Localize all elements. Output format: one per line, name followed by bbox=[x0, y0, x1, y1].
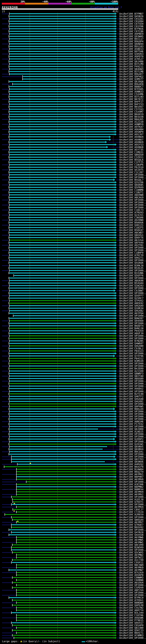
hit-accession-label[interactable]: UniRef100_Q7RQE7 bbox=[119, 524, 144, 526]
alignment-bar[interactable] bbox=[13, 582, 115, 583]
alignment-bar[interactable] bbox=[12, 496, 115, 497]
alignment-bar[interactable] bbox=[9, 26, 115, 27]
alignment-bar[interactable] bbox=[9, 394, 115, 394]
alignment-bar[interactable] bbox=[17, 610, 115, 611]
alignment-bar[interactable] bbox=[10, 204, 115, 206]
alignment-bar[interactable] bbox=[9, 197, 115, 198]
alignment-bar[interactable] bbox=[17, 492, 115, 492]
alignment-bar[interactable] bbox=[9, 121, 115, 122]
alignment-bar[interactable] bbox=[12, 622, 115, 623]
alignment-bar[interactable] bbox=[9, 434, 115, 434]
alignment-bar[interactable] bbox=[9, 328, 115, 329]
alignment-bar[interactable] bbox=[9, 388, 115, 389]
alignment-bar[interactable] bbox=[10, 386, 115, 386]
alignment-bar[interactable] bbox=[17, 584, 115, 586]
alignment-bar[interactable] bbox=[9, 21, 115, 22]
alignment-bar[interactable] bbox=[9, 303, 115, 304]
hit-accession-label[interactable]: UniRef100_Q4GXB1 bbox=[119, 400, 144, 403]
alignment-bar[interactable] bbox=[17, 489, 115, 490]
alignment-bar[interactable] bbox=[9, 162, 115, 163]
alignment-bar[interactable] bbox=[10, 28, 115, 29]
alignment-bar[interactable] bbox=[9, 313, 115, 314]
hit-accession-label[interactable]: UniRef100_Q45NI6 bbox=[119, 15, 144, 18]
alignment-bar[interactable] bbox=[17, 539, 115, 540]
alignment-bar[interactable] bbox=[10, 220, 115, 220]
hit-accession-label[interactable]: UniRef100_A8UA98 bbox=[119, 280, 144, 282]
alignment-bar[interactable] bbox=[12, 550, 115, 550]
hit-accession-label[interactable]: UniRef100_B5XG35 bbox=[119, 267, 144, 269]
alignment-bar[interactable] bbox=[12, 517, 115, 518]
alignment-bar[interactable] bbox=[17, 476, 115, 477]
alignment-bar[interactable] bbox=[17, 567, 115, 568]
alignment-bar[interactable] bbox=[10, 23, 115, 24]
alignment-bar[interactable] bbox=[9, 152, 115, 152]
alignment-bar[interactable] bbox=[9, 36, 115, 37]
alignment-bar[interactable] bbox=[12, 504, 115, 505]
hit-accession-label[interactable]: UniRef100_A9SYS3 bbox=[119, 144, 144, 146]
alignment-bar[interactable] bbox=[10, 340, 115, 341]
alignment-bar[interactable] bbox=[13, 552, 115, 553]
alignment-bar[interactable] bbox=[9, 157, 115, 158]
alignment-bar[interactable] bbox=[17, 595, 115, 596]
alignment-bar[interactable] bbox=[10, 114, 115, 115]
alignment-bar[interactable] bbox=[10, 230, 115, 230]
alignment-bar[interactable] bbox=[10, 426, 115, 427]
alignment-bar[interactable] bbox=[9, 96, 115, 97]
alignment-bar[interactable] bbox=[9, 272, 115, 274]
alignment-bar[interactable] bbox=[9, 101, 115, 102]
alignment-bar[interactable] bbox=[17, 542, 115, 543]
alignment-bar[interactable] bbox=[17, 580, 115, 580]
alignment-bar[interactable] bbox=[23, 78, 115, 80]
hit-accession-label[interactable]: UniRef100_Q5UAQ6 bbox=[119, 262, 144, 264]
alignment-bar[interactable] bbox=[9, 86, 115, 87]
alignment-bar[interactable] bbox=[10, 124, 115, 125]
alignment-bar[interactable] bbox=[9, 262, 115, 263]
alignment-bar[interactable] bbox=[10, 325, 115, 326]
alignment-bar[interactable] bbox=[9, 227, 115, 228]
alignment-bar[interactable] bbox=[10, 119, 115, 120]
alignment-bar[interactable] bbox=[9, 358, 115, 359]
alignment-bar[interactable] bbox=[17, 506, 115, 508]
alignment-bar[interactable] bbox=[10, 144, 115, 145]
alignment-bar[interactable] bbox=[9, 282, 115, 284]
alignment-bar[interactable] bbox=[12, 524, 115, 525]
alignment-bar[interactable] bbox=[10, 401, 115, 402]
alignment-bar[interactable] bbox=[12, 459, 115, 460]
hit-accession-label[interactable]: UniRef100_Q4YN28 bbox=[119, 531, 144, 534]
alignment-bar[interactable] bbox=[17, 564, 115, 566]
hit-accession-label[interactable]: UniRef100_B2YI48 bbox=[119, 393, 144, 395]
alignment-bar[interactable] bbox=[10, 149, 115, 150]
hit-accession-label[interactable]: UniRef100_C6SXB4 bbox=[119, 20, 144, 22]
alignment-bar[interactable] bbox=[13, 509, 115, 510]
hit-accession-label[interactable]: UniRef100_C6SYH6 bbox=[119, 25, 144, 28]
alignment-bar[interactable] bbox=[10, 421, 115, 422]
alignment-bar[interactable] bbox=[9, 126, 115, 127]
alignment-bar[interactable] bbox=[17, 471, 115, 472]
alignment-bar[interactable] bbox=[9, 56, 115, 57]
hit-accession-label[interactable]: UniRef100_Q4XXU8 bbox=[119, 534, 144, 536]
alignment-bar[interactable] bbox=[10, 68, 115, 70]
alignment-bar[interactable] bbox=[10, 139, 109, 140]
alignment-bar[interactable] bbox=[10, 396, 115, 397]
alignment-bar[interactable] bbox=[10, 214, 115, 216]
alignment-bar[interactable] bbox=[10, 250, 115, 250]
alignment-bar[interactable] bbox=[9, 16, 115, 17]
alignment-bar[interactable] bbox=[10, 44, 115, 44]
alignment-bar[interactable] bbox=[9, 378, 115, 379]
alignment-bar[interactable] bbox=[17, 522, 115, 523]
alignment-bar[interactable] bbox=[10, 411, 115, 412]
alignment-bar[interactable] bbox=[9, 438, 113, 440]
alignment-bar[interactable] bbox=[13, 544, 115, 545]
alignment-bar[interactable] bbox=[9, 212, 115, 213]
alignment-bar[interactable] bbox=[10, 224, 115, 226]
alignment-bar[interactable] bbox=[9, 368, 115, 369]
alignment-bar[interactable] bbox=[12, 562, 115, 563]
hit-accession-label[interactable]: UniRef100_Q4GXA8 bbox=[119, 398, 144, 400]
alignment-bar[interactable] bbox=[9, 333, 115, 334]
alignment-bar[interactable] bbox=[9, 252, 115, 253]
alignment-bar[interactable] bbox=[9, 373, 115, 374]
alignment-bar[interactable] bbox=[12, 456, 114, 457]
alignment-bar[interactable] bbox=[17, 557, 115, 558]
hit-accession-label[interactable]: UniRef100_B3RKJ8 bbox=[119, 264, 144, 267]
alignment-bar[interactable] bbox=[10, 33, 115, 34]
